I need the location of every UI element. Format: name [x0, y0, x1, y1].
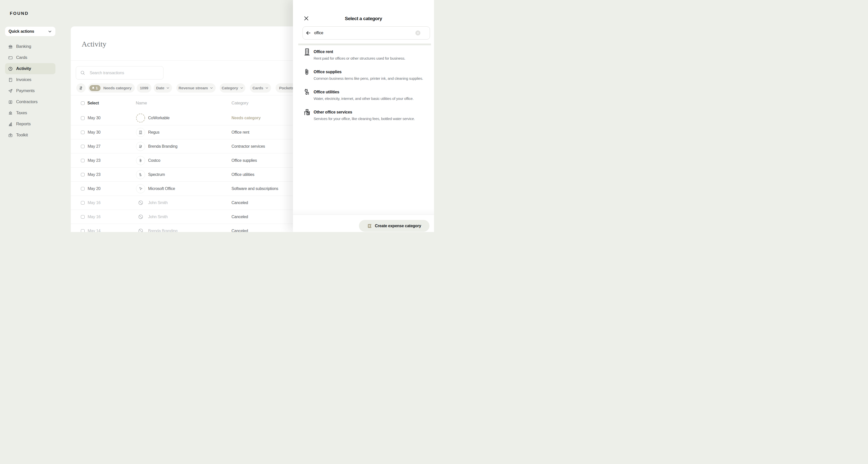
clear-x-icon	[416, 32, 419, 34]
create-expense-category-label: Create expense category	[375, 224, 421, 228]
id-badge-icon	[8, 100, 13, 104]
uncategorized-dashed-circle-icon	[136, 113, 145, 123]
table-header-select: Select	[87, 101, 99, 105]
row-category[interactable]: Needs category	[231, 116, 261, 120]
category-option-title: Office supplies	[314, 70, 342, 74]
building-icon	[136, 128, 145, 137]
category-option-description: Services for your office, like cleaning …	[314, 117, 415, 121]
sidebar-item-toolkit[interactable]: Toolkit	[5, 130, 55, 141]
category-option-description: Water, electricity, internet, and other …	[314, 96, 413, 101]
filter-category-chip[interactable]: Category	[220, 83, 245, 93]
row-category[interactable]: Canceled	[231, 201, 248, 205]
row-name: Brenda Branding	[148, 229, 177, 232]
clear-search-button[interactable]	[415, 30, 421, 35]
row-category[interactable]: Canceled	[231, 214, 248, 219]
filter-cards-chip[interactable]: Cards	[250, 83, 271, 93]
filter-cards-label: Cards	[252, 86, 263, 90]
search-transactions-input[interactable]: Search transactions	[76, 66, 163, 79]
signature-pen-icon	[136, 142, 145, 151]
sidebar-item-label: Reports	[16, 122, 31, 127]
category-option-description: Common business items like pens, printer…	[314, 76, 423, 80]
row-checkbox[interactable]	[81, 187, 85, 191]
sidebar-item-label: Banking	[16, 44, 31, 49]
sidebar-item-contractors[interactable]: Contractors	[5, 96, 55, 107]
row-category[interactable]: Contractor services	[231, 144, 265, 149]
filter-date-chip[interactable]: Date	[154, 83, 172, 93]
category-option-office-utilities[interactable]: Office utilities Water, electricity, int…	[293, 82, 434, 102]
filter-revenue-stream-chip[interactable]: Revenue stream	[176, 83, 216, 93]
sidebar-item-invoices[interactable]: Invoices	[5, 74, 55, 85]
filter-date-label: Date	[156, 86, 164, 90]
row-name: Costco	[148, 158, 160, 163]
bar-chart-icon	[8, 122, 13, 127]
filter-1099-chip[interactable]: 1099	[137, 83, 151, 93]
paperclip-icon	[303, 68, 310, 76]
row-checkbox[interactable]	[81, 159, 85, 163]
row-checkbox[interactable]	[81, 201, 85, 205]
row-checkbox[interactable]	[81, 229, 85, 232]
row-date: May 20	[88, 187, 100, 191]
row-checkbox[interactable]	[81, 215, 85, 219]
row-name: Microsoft Office	[148, 187, 175, 191]
cursor-icon	[136, 184, 145, 193]
category-list: Office rent Rent paid for offices or oth…	[293, 42, 434, 122]
row-category[interactable]: Office utilities	[231, 172, 254, 177]
sidebar: FOUND Quick actions Banking Cards Activi…	[0, 0, 71, 232]
create-expense-category-button[interactable]: Create expense category	[359, 220, 430, 232]
sidebar-item-reports[interactable]: Reports	[5, 119, 55, 130]
clock-icon	[8, 66, 13, 71]
desk-icon	[303, 108, 311, 117]
bank-icon	[8, 44, 13, 49]
paper-plane-icon	[8, 89, 13, 93]
category-option-office-rent[interactable]: Office rent Rent paid for offices or oth…	[293, 42, 434, 62]
search-icon	[80, 70, 85, 75]
create-category-tag-icon	[367, 224, 372, 229]
sidebar-item-label: Activity	[16, 66, 31, 71]
select-all-checkbox[interactable]	[81, 101, 85, 105]
row-name: Brenda Branding	[148, 144, 177, 149]
filter-category-label: Category	[222, 86, 238, 90]
drawer-footer: Create expense category	[293, 214, 434, 232]
category-option-other-office-services[interactable]: Other office services Services for your …	[293, 102, 434, 122]
row-date: May 23	[88, 172, 100, 177]
filter-settings-chip[interactable]	[76, 83, 86, 93]
bell-icon	[92, 86, 95, 90]
sidebar-nav: Banking Cards Activity Invoices Payments…	[5, 41, 55, 141]
row-date: May 30	[88, 116, 100, 120]
category-option-title: Office utilities	[314, 90, 339, 94]
sidebar-item-banking[interactable]: Banking	[5, 41, 55, 52]
filter-revenue-stream-label: Revenue stream	[179, 86, 208, 90]
needs-category-chip[interactable]: 1 Needs category	[88, 83, 135, 93]
sidebar-item-activity[interactable]: Activity	[5, 63, 55, 74]
row-name: John Smith	[148, 201, 168, 205]
sidebar-item-cards[interactable]: Cards	[5, 52, 55, 63]
sidebar-item-label: Payments	[16, 88, 35, 93]
filter-1099-label: 1099	[140, 86, 148, 90]
row-category[interactable]: Canceled	[231, 229, 248, 232]
row-category[interactable]: Office supplies	[231, 158, 257, 163]
sliders-icon	[78, 86, 83, 91]
row-checkbox[interactable]	[81, 116, 85, 120]
row-name: CoWorkable	[148, 116, 169, 120]
office-building-icon	[303, 48, 311, 57]
table-header-name: Name	[136, 101, 147, 106]
row-category[interactable]: Office rent	[231, 130, 249, 135]
category-search-input[interactable]: office	[303, 26, 430, 39]
prohibited-icon	[136, 227, 145, 232]
back-arrow-icon[interactable]	[306, 30, 311, 36]
category-option-description: Rent paid for offices or other structure…	[314, 56, 405, 60]
row-date: May 16	[88, 201, 100, 205]
sidebar-item-label: Toolkit	[16, 133, 28, 138]
row-date: May 27	[88, 144, 100, 149]
footer-fade	[293, 208, 434, 214]
sidebar-item-payments[interactable]: Payments	[5, 85, 55, 96]
sidebar-item-taxes[interactable]: Taxes	[5, 107, 55, 119]
row-name: Spectrum	[148, 172, 165, 177]
category-option-office-supplies[interactable]: Office supplies Common business items li…	[293, 62, 434, 82]
quick-actions-button[interactable]: Quick actions	[5, 27, 55, 36]
row-category[interactable]: Software and subscriptions	[231, 187, 278, 191]
row-checkbox[interactable]	[81, 145, 85, 148]
row-checkbox[interactable]	[81, 131, 85, 134]
row-checkbox[interactable]	[81, 173, 85, 177]
sidebar-item-label: Invoices	[16, 77, 31, 82]
